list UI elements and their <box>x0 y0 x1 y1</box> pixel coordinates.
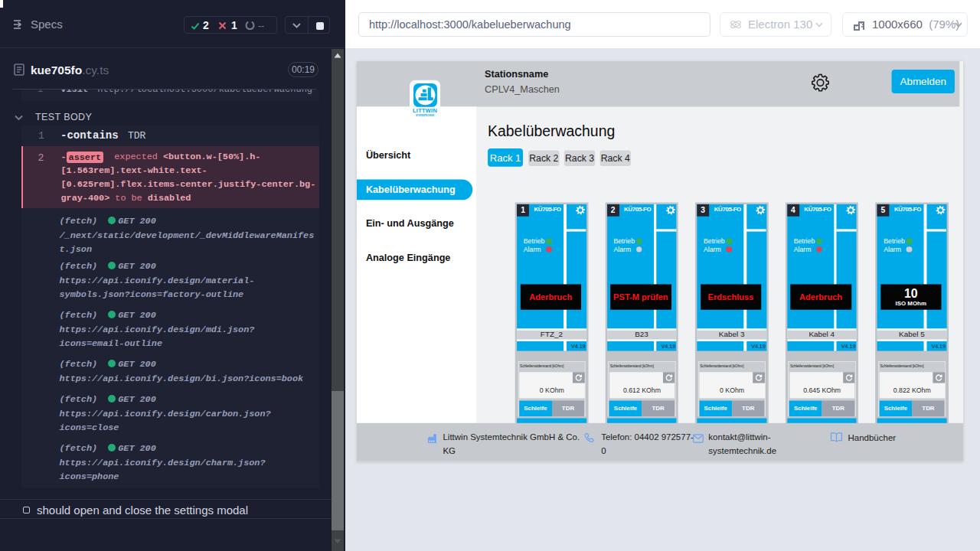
svg-text:SYSTEMTECHNIK: SYSTEMTECHNIK <box>416 114 435 117</box>
svg-text:LITTWIN: LITTWIN <box>413 107 437 114</box>
